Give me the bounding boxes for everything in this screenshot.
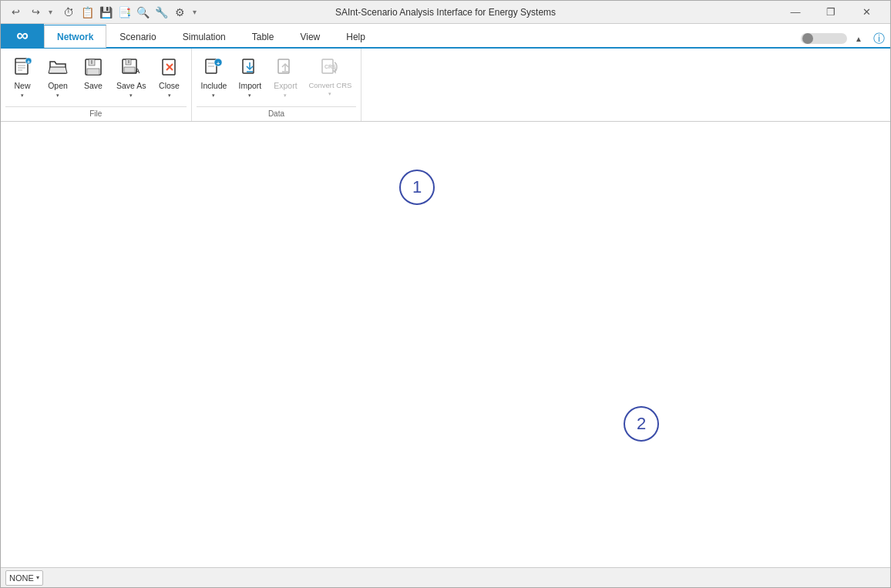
import-arrow: ▾: [248, 92, 251, 98]
export-button[interactable]: Export ▾: [268, 52, 302, 105]
data-group-label: Data: [197, 106, 357, 121]
include-button[interactable]: + Include ▾: [197, 52, 232, 105]
save-as-icon: A: [119, 55, 143, 79]
svg-text:A: A: [135, 67, 140, 75]
ribbon-collapse-button[interactable]: ▲: [850, 30, 867, 47]
minimize-button[interactable]: —: [778, 1, 813, 24]
ribbon-group-file: + New ▾ Open ▾: [1, 49, 192, 121]
tab-network[interactable]: Network: [44, 25, 106, 48]
open-icon: [45, 55, 70, 79]
toolbar-icon-1[interactable]: ⏱: [60, 4, 77, 21]
redo-button[interactable]: ↪: [27, 4, 44, 21]
svg-rect-13: [124, 67, 135, 72]
tab-simulation[interactable]: Simulation: [170, 25, 239, 48]
status-dropdown-arrow: ▾: [36, 574, 39, 581]
undo-button[interactable]: ↩: [7, 4, 24, 21]
svg-rect-14: [128, 60, 129, 63]
view-slider[interactable]: [801, 33, 847, 44]
app-logo[interactable]: ∞: [1, 24, 44, 47]
tab-scenario[interactable]: Scenario: [106, 25, 169, 48]
status-dropdown[interactable]: NONE ▾: [5, 570, 43, 586]
import-icon: [237, 55, 262, 79]
app-title: SAInt-Scenario Analysis Interface for En…: [335, 7, 556, 18]
export-icon: [273, 55, 298, 79]
new-button[interactable]: + New ▾: [5, 52, 39, 105]
tab-help[interactable]: Help: [333, 25, 378, 48]
close-ribbon-icon: [157, 55, 182, 79]
include-icon: +: [201, 55, 226, 79]
new-arrow: ▾: [21, 92, 24, 98]
ribbon-group-data-content: + Include ▾ Import ▾: [197, 52, 357, 105]
svg-text:CRS: CRS: [324, 64, 336, 69]
convert-crs-button[interactable]: CRS Convert CRS ▾: [304, 52, 356, 105]
help-icon-button[interactable]: ⓘ: [870, 30, 887, 47]
save-button[interactable]: Save: [76, 52, 110, 105]
svg-rect-9: [87, 69, 99, 75]
svg-text:+: +: [27, 59, 30, 65]
close-arrow: ▾: [168, 92, 171, 98]
title-bar: ↩ ↪ ▾ ⏱ 📋 💾 📑 🔍 🔧 ⚙ ▾ SAInt-Scenario Ana…: [1, 1, 890, 24]
toolbar-icon-3[interactable]: 💾: [97, 4, 114, 21]
open-arrow: ▾: [56, 92, 59, 98]
close-button[interactable]: ✕: [849, 1, 884, 24]
open-button[interactable]: Open ▾: [41, 52, 75, 105]
title-bar-controls: — ❐ ✕: [778, 1, 884, 24]
slider-thumb: [802, 33, 813, 44]
quick-access-dropdown[interactable]: ▾: [49, 8, 52, 16]
status-dropdown-value: NONE: [9, 573, 34, 583]
restore-button[interactable]: ❐: [813, 1, 849, 24]
circle-1: 1: [399, 170, 435, 205]
file-group-label: File: [5, 106, 187, 121]
close-ribbon-button[interactable]: Close ▾: [153, 52, 187, 105]
circle-2: 2: [624, 406, 659, 442]
main-canvas[interactable]: 1 2 3: [1, 122, 890, 567]
toolbar-icon-6[interactable]: 🔧: [153, 4, 170, 21]
toolbar-icon-2[interactable]: 📋: [79, 4, 96, 21]
svg-rect-10: [91, 60, 92, 64]
ribbon-group-data: + Include ▾ Import ▾: [192, 49, 362, 121]
menu-right: ▲ ⓘ: [801, 30, 890, 47]
toolbar-icon-7[interactable]: ⚙: [171, 4, 188, 21]
toolbar-icon-5[interactable]: 🔍: [134, 4, 151, 21]
export-arrow: ▾: [284, 92, 287, 98]
save-as-arrow: ▾: [129, 92, 133, 98]
menu-bar: ∞ Network Scenario Simulation Table View…: [1, 24, 890, 47]
toolbar-icon-4[interactable]: 📑: [116, 4, 133, 21]
tab-view[interactable]: View: [287, 25, 333, 48]
svg-text:+: +: [217, 60, 220, 67]
status-bar: NONE ▾: [1, 567, 890, 587]
toolbar-more-dropdown[interactable]: ▾: [193, 8, 197, 16]
ribbon-empty: [361, 49, 890, 121]
new-icon: +: [10, 55, 35, 79]
ribbon-group-file-content: + New ▾ Open ▾: [5, 52, 187, 105]
include-arrow: ▾: [212, 92, 215, 98]
title-bar-left: ↩ ↪ ▾ ⏱ 📋 💾 📑 🔍 🔧 ⚙ ▾: [7, 4, 197, 21]
save-as-button[interactable]: A Save As ▾: [112, 52, 151, 105]
convert-crs-arrow: ▾: [328, 91, 331, 96]
import-button[interactable]: Import ▾: [233, 52, 267, 105]
save-icon: [81, 55, 106, 79]
tab-table[interactable]: Table: [239, 25, 287, 48]
convert-crs-icon: CRS: [318, 55, 342, 79]
ribbon: + New ▾ Open ▾: [1, 49, 890, 122]
